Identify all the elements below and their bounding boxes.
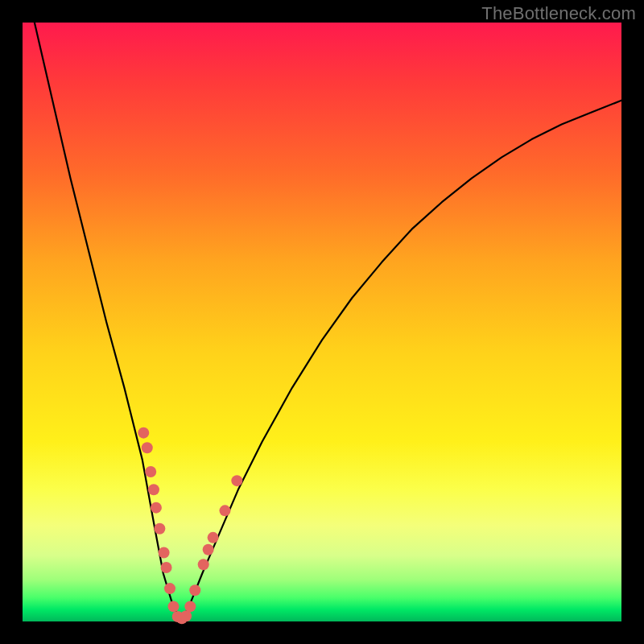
highlight-dot (231, 475, 242, 486)
highlight-dot (208, 532, 219, 543)
highlight-dot (159, 547, 170, 558)
highlight-dot (145, 466, 156, 477)
plot-area (23, 23, 621, 621)
highlight-dot (189, 584, 200, 596)
highlight-dot (219, 505, 230, 516)
highlight-dot (203, 544, 214, 555)
highlight-dot (161, 562, 172, 573)
chart-frame: TheBottleneck.com (0, 0, 644, 644)
highlight-dot (148, 484, 159, 495)
highlight-dot (184, 601, 196, 612)
highlight-dot (151, 502, 162, 514)
bottleneck-curve (35, 23, 621, 621)
highlight-dot (164, 583, 175, 594)
highlight-dot (167, 601, 179, 612)
curve-svg (23, 23, 621, 621)
highlight-dot (138, 427, 149, 439)
highlight-dot (180, 610, 192, 621)
highlight-dot (154, 523, 165, 535)
highlight-dot (198, 559, 209, 570)
highlight-dot (142, 442, 153, 453)
watermark-text: TheBottleneck.com (481, 3, 636, 24)
